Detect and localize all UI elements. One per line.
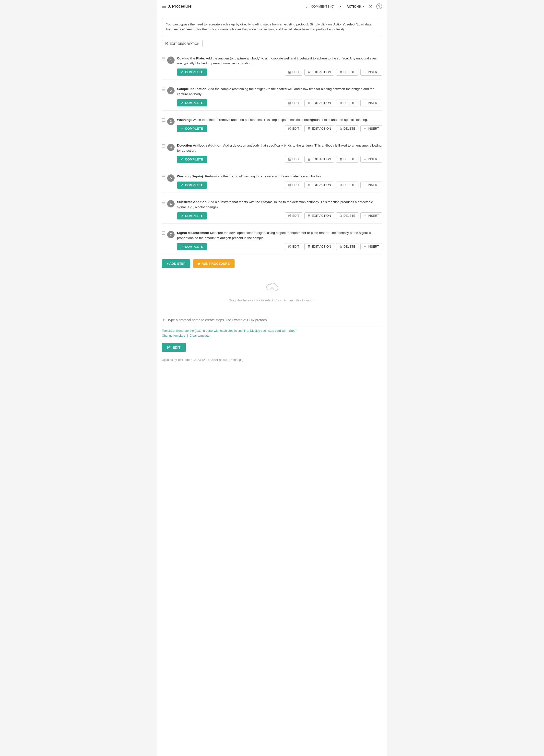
edit-action-button-2[interactable]: EDIT ACTION (304, 100, 334, 106)
delete-button-5[interactable]: DELETE (336, 182, 359, 188)
edit-button-2[interactable]: EDIT (285, 100, 303, 106)
step-actions-1: ✓ COMPLETE EDIT EDIT ACTION DELETE (177, 69, 382, 76)
main-content: You can bypass the need to recreate each… (157, 13, 387, 371)
upload-text: Drag files here or click to select .docx… (229, 298, 315, 302)
delete-button-2[interactable]: DELETE (336, 100, 359, 106)
edit-button-3[interactable]: EDIT (285, 125, 303, 132)
check-icon-7: ✓ (181, 245, 183, 248)
insert-button-3[interactable]: INSERT (360, 125, 382, 132)
delete-button-1[interactable]: DELETE (336, 69, 359, 76)
chevron-down-icon (362, 5, 365, 8)
svg-rect-26 (309, 185, 310, 186)
ai-protocol-input[interactable] (167, 318, 382, 322)
trash-icon-7 (339, 245, 342, 248)
plus-icon-5 (364, 183, 367, 186)
complete-label-4: COMPLETE (185, 158, 203, 161)
step-actions-6: ✓ COMPLETE EDIT EDIT ACTION DELETE (177, 212, 382, 219)
complete-label-2: COMPLETE (185, 101, 203, 105)
help-button[interactable]: ? (376, 3, 382, 9)
trash-icon-2 (339, 102, 342, 104)
step-drag-handle-3[interactable] (162, 117, 165, 122)
svg-rect-37 (309, 246, 310, 247)
edit-button-4[interactable]: EDIT (285, 156, 303, 163)
edit-button-1[interactable]: EDIT (285, 69, 303, 76)
complete-button-5[interactable]: ✓ COMPLETE (177, 182, 207, 189)
step-drag-handle-2[interactable] (162, 87, 165, 92)
step-drag-handle-7[interactable] (162, 230, 165, 235)
insert-button-1[interactable]: INSERT (360, 69, 382, 76)
insert-button-7[interactable]: INSERT (360, 243, 382, 250)
plus-icon-6 (364, 214, 367, 217)
upload-area[interactable]: Drag files here or click to select .docx… (162, 275, 382, 309)
step-text-7: Signal Measuremen: Measure the developed… (177, 230, 382, 241)
svg-rect-6 (308, 102, 309, 103)
complete-button-7[interactable]: ✓ COMPLETE (177, 243, 207, 250)
check-icon-5: ✓ (181, 183, 183, 187)
svg-rect-30 (308, 215, 309, 216)
step-body-6: Substrate Addition: Add a substrate that… (177, 200, 382, 219)
edit-description-label: EDIT DESCRIPTION (170, 42, 199, 46)
actions-button[interactable]: ACTIONS (347, 5, 365, 8)
svg-rect-33 (308, 216, 309, 217)
pencil-icon-main (167, 346, 171, 349)
add-step-button[interactable]: + ADD STEP (162, 259, 190, 268)
insert-button-6[interactable]: INSERT (360, 212, 382, 219)
delete-button-3[interactable]: DELETE (336, 125, 359, 132)
edit-action-button-7[interactable]: EDIT ACTION (304, 243, 334, 250)
complete-button-4[interactable]: ✓ COMPLETE (177, 156, 207, 163)
edit-description-button[interactable]: EDIT DESCRIPTION (162, 40, 203, 47)
page-footer: Updated by Test Labii at 2023-12-31T04:0… (162, 356, 382, 367)
step-drag-handle-4[interactable] (162, 143, 165, 148)
trash-icon-4 (339, 158, 342, 161)
edit-action-button-5[interactable]: EDIT ACTION (304, 182, 334, 188)
insert-button-2[interactable]: INSERT (360, 100, 382, 106)
edit-main-button[interactable]: EDIT (162, 343, 186, 352)
step-number-3: 3 (167, 118, 174, 125)
complete-label-5: COMPLETE (185, 183, 203, 187)
svg-rect-38 (309, 247, 310, 248)
step-actions-3: ✓ COMPLETE EDIT EDIT ACTION DELETE (177, 125, 382, 132)
run-procedure-button[interactable]: ▶ RUN PROCEDURE (193, 259, 234, 268)
plus-icon-3 (364, 127, 367, 130)
edit-action-button-6[interactable]: EDIT ACTION (304, 212, 334, 219)
complete-button-3[interactable]: ✓ COMPLETE (177, 125, 207, 132)
complete-button-1[interactable]: ✓ COMPLETE (177, 69, 207, 76)
step-drag-handle-5[interactable] (162, 174, 165, 179)
close-button[interactable]: ✕ (369, 4, 372, 9)
complete-button-6[interactable]: ✓ COMPLETE (177, 212, 207, 219)
clear-template-link[interactable]: Clear template (189, 334, 209, 337)
drag-handle-icon[interactable] (162, 5, 166, 8)
edit-button-7[interactable]: EDIT (285, 243, 303, 250)
step-drag-handle-1[interactable] (162, 56, 165, 61)
edit-button-5[interactable]: EDIT (285, 182, 303, 188)
more-options-button[interactable]: ⋮ (338, 4, 343, 9)
edit-action-button-4[interactable]: EDIT ACTION (304, 156, 334, 163)
delete-button-4[interactable]: DELETE (336, 156, 359, 163)
edit-action-button-1[interactable]: EDIT ACTION (304, 69, 334, 76)
svg-rect-2 (309, 72, 310, 73)
change-template-link[interactable]: Change template (162, 334, 185, 337)
svg-rect-27 (308, 185, 309, 186)
svg-rect-19 (309, 158, 310, 159)
plus-icon-7 (364, 245, 367, 248)
svg-rect-9 (308, 103, 309, 104)
page-title: 3. Procedure (168, 4, 191, 9)
edit-action-icon-5 (308, 183, 311, 186)
insert-button-4[interactable]: INSERT (360, 156, 382, 163)
bottom-actions: + ADD STEP ▶ RUN PROCEDURE (162, 259, 382, 268)
step-1: 1 Coating the Plate: Add the antigen (or… (162, 52, 382, 80)
step-number-7: 7 (167, 231, 174, 238)
step-actions-2: ✓ COMPLETE EDIT EDIT ACTION DELETE (177, 99, 382, 106)
insert-button-5[interactable]: INSERT (360, 182, 382, 188)
footer-text: Updated by Test Labii at 2023-12-31T04:0… (162, 358, 243, 362)
svg-rect-24 (308, 184, 309, 185)
edit-button-6[interactable]: EDIT (285, 212, 303, 219)
complete-button-2[interactable]: ✓ COMPLETE (177, 99, 207, 106)
step-text-2: Sample Incubation: Add the sample (conta… (177, 87, 382, 97)
step-drag-handle-6[interactable] (162, 200, 165, 205)
edit-icon-4 (288, 158, 291, 161)
edit-action-button-3[interactable]: EDIT ACTION (304, 125, 334, 132)
delete-button-6[interactable]: DELETE (336, 212, 359, 219)
delete-button-7[interactable]: DELETE (336, 243, 359, 250)
comments-button[interactable]: COMMENTS (0) (306, 4, 334, 8)
